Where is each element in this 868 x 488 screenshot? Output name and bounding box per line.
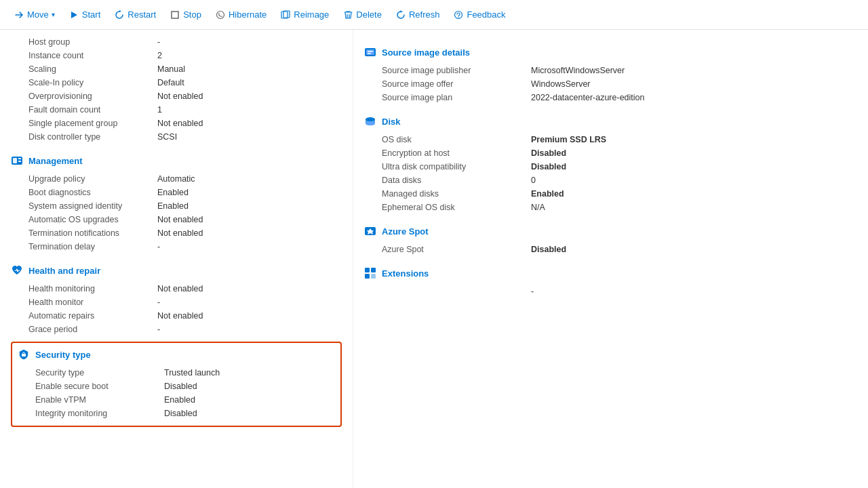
- managed-disks-value: Enabled: [531, 189, 857, 199]
- auto-os-label: Automatic OS upgrades: [28, 215, 157, 224]
- prop-source-publisher: Source image publisher MicrosoftWindowsS…: [364, 64, 857, 77]
- main-content: Host group - Instance count 2 Scaling Ma…: [0, 30, 868, 488]
- sys-identity-label: System assigned identity: [28, 201, 157, 211]
- delete-button[interactable]: Delete: [337, 7, 387, 23]
- azure-spot-icon: [364, 225, 376, 237]
- prop-data-disks: Data disks 0: [364, 174, 857, 187]
- scale-in-value: Default: [157, 78, 342, 87]
- restart-icon: [114, 9, 125, 20]
- move-button[interactable]: Move ▾: [8, 7, 60, 23]
- disk-controller-value: SCSI: [157, 132, 342, 142]
- prop-scaling: Scaling Manual: [11, 62, 342, 76]
- management-section-header: Management: [11, 155, 342, 167]
- refresh-button[interactable]: Refresh: [390, 7, 446, 23]
- auto-repairs-label: Automatic repairs: [28, 311, 157, 321]
- feedback-button[interactable]: Feedback: [448, 7, 511, 23]
- security-type-value: Trusted launch: [164, 368, 335, 378]
- prop-source-plan: Source image plan 2022-datacenter-azure-…: [364, 91, 857, 104]
- prop-health-monitor: Health monitor -: [11, 296, 342, 309]
- svg-rect-10: [18, 161, 21, 162]
- source-plan-label: Source image plan: [382, 93, 531, 102]
- prop-termination-delay: Termination delay -: [11, 240, 342, 253]
- boot-diag-label: Boot diagnostics: [28, 188, 157, 197]
- security-icon: [18, 348, 30, 361]
- disk-section-label: Disk: [382, 117, 400, 127]
- restart-button[interactable]: Restart: [108, 7, 161, 23]
- security-section-label: Security type: [35, 350, 91, 360]
- prop-system-identity: System assigned identity Enabled: [11, 199, 342, 213]
- overprovisioning-label: Overprovisioning: [28, 92, 157, 101]
- instance-count-value: 2: [157, 51, 342, 60]
- azure-spot-section-label: Azure Spot: [382, 226, 429, 237]
- svg-rect-23: [365, 274, 370, 279]
- upgrade-policy-value: Automatic: [157, 174, 342, 184]
- source-publisher-value: MicrosoftWindowsServer: [531, 66, 857, 75]
- svg-rect-22: [371, 268, 376, 272]
- prop-security-type: Security type Trusted launch: [18, 366, 335, 380]
- extensions-icon: [364, 267, 376, 279]
- stop-button[interactable]: Stop: [164, 7, 207, 23]
- extensions-value-label: [382, 287, 531, 296]
- sys-identity-value: Enabled: [157, 201, 342, 211]
- prop-upgrade-policy: Upgrade policy Automatic: [11, 172, 342, 186]
- management-section-label: Management: [28, 156, 82, 166]
- svg-rect-24: [371, 274, 376, 279]
- feedback-icon: [453, 9, 464, 20]
- prop-vtpm: Enable vTPM Enabled: [18, 393, 335, 407]
- health-monitor-label: Health monitor: [28, 298, 157, 307]
- source-offer-label: Source image offer: [382, 79, 531, 89]
- encryption-value: Disabled: [531, 148, 857, 158]
- scaling-value: Manual: [157, 64, 342, 74]
- azure-spot-label: Azure Spot: [382, 245, 531, 254]
- prop-overprovisioning: Overprovisioning Not enabled: [11, 89, 342, 103]
- os-disk-value: Premium SSD LRS: [531, 135, 857, 144]
- prop-health-monitoring: Health monitoring Not enabled: [11, 282, 342, 296]
- health-monitor-value: -: [157, 298, 342, 307]
- prop-azure-spot: Azure Spot Disabled: [364, 243, 857, 256]
- auto-repairs-value: Not enabled: [157, 311, 342, 321]
- extensions-section-label: Extensions: [382, 268, 429, 279]
- source-offer-value: WindowsServer: [531, 79, 857, 89]
- start-button[interactable]: Start: [63, 7, 106, 23]
- health-icon: [11, 264, 23, 277]
- fault-domain-value: 1: [157, 105, 342, 115]
- prop-ultra-disk: Ultra disk compatibility Disabled: [364, 160, 857, 174]
- health-mon-value: Not enabled: [157, 284, 342, 293]
- left-panel: Host group - Instance count 2 Scaling Ma…: [0, 30, 353, 488]
- data-disks-label: Data disks: [382, 176, 531, 185]
- prop-extensions-value: -: [364, 285, 857, 298]
- encryption-label: Encryption at host: [382, 148, 531, 158]
- azure-spot-value: Disabled: [531, 245, 857, 254]
- boot-diag-value: Enabled: [157, 188, 342, 197]
- svg-rect-21: [365, 268, 370, 272]
- prop-encryption: Encryption at host Disabled: [364, 146, 857, 160]
- vtpm-value: Enabled: [164, 395, 335, 405]
- source-image-icon: [364, 46, 376, 58]
- azure-spot-section-header: Azure Spot: [364, 225, 857, 237]
- instance-count-label: Instance count: [28, 51, 157, 60]
- management-icon: [11, 155, 23, 167]
- disk-icon: [364, 115, 376, 127]
- svg-rect-1: [172, 12, 178, 18]
- prop-os-disk: OS disk Premium SSD LRS: [364, 133, 857, 146]
- overprovisioning-value: Not enabled: [157, 92, 342, 101]
- svg-rect-8: [13, 158, 17, 163]
- vtpm-label: Enable vTPM: [35, 395, 164, 405]
- hibernate-button[interactable]: Hibernate: [210, 7, 272, 23]
- fault-domain-label: Fault domain count: [28, 105, 157, 115]
- secure-boot-label: Enable secure boot: [35, 382, 164, 391]
- source-publisher-label: Source image publisher: [382, 66, 531, 75]
- term-notif-label: Termination notifications: [28, 228, 157, 238]
- single-placement-value: Not enabled: [157, 119, 342, 128]
- prop-secure-boot: Enable secure boot Disabled: [18, 380, 335, 393]
- ultra-disk-value: Disabled: [531, 162, 857, 171]
- prop-managed-disks: Managed disks Enabled: [364, 187, 857, 201]
- disk-section-header: Disk: [364, 115, 857, 127]
- toolbar: Move ▾ Start Restart Stop: [0, 0, 868, 30]
- term-notif-value: Not enabled: [157, 228, 342, 238]
- reimage-button[interactable]: Reimage: [275, 7, 334, 23]
- prop-disk-controller: Disk controller type SCSI: [11, 130, 342, 144]
- extensions-value: -: [531, 287, 857, 296]
- chevron-down-icon: ▾: [52, 11, 55, 18]
- delete-icon: [342, 9, 353, 20]
